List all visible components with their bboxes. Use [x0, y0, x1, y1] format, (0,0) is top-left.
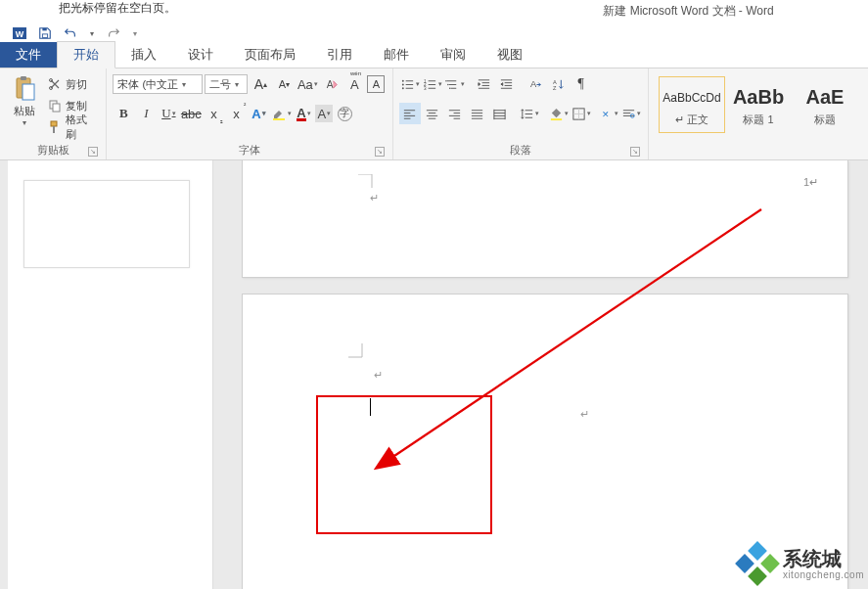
watermark-logo-icon — [738, 544, 777, 583]
paragraph-settings-button[interactable]: ▾ — [620, 103, 642, 124]
paste-label: 粘贴 — [14, 104, 35, 118]
show-marks-button[interactable]: ¶ — [571, 73, 592, 95]
watermark: 系统城 xitongcheng.com — [738, 544, 864, 583]
style-heading1[interactable]: AaBb 标题 1 — [725, 76, 792, 133]
style-title[interactable]: AaE 标题 — [792, 76, 858, 133]
format-painter-label: 格式刷 — [66, 113, 96, 142]
clipboard-group-label: 剪贴板 ↘ — [6, 142, 100, 159]
tab-view[interactable]: 视图 — [481, 42, 538, 68]
underline-button[interactable]: U▾ — [158, 103, 179, 124]
line-spacing-button[interactable]: ▾ — [519, 103, 540, 124]
ltr-direction-button[interactable]: A — [525, 73, 547, 95]
superscript-button[interactable]: x² — [225, 103, 247, 124]
cut-button[interactable]: 剪切 — [44, 74, 100, 94]
copy-icon — [48, 99, 62, 113]
group-paragraph: ▾ 123▾ ▾ A AZ ¶ ▾ ▾ ▾ — [393, 68, 649, 159]
paragraph-mark-icon: ↵ — [370, 192, 379, 204]
copy-label: 复制 — [66, 99, 87, 113]
cut-label: 剪切 — [66, 77, 87, 92]
paste-icon — [11, 74, 38, 102]
svg-point-15 — [402, 79, 404, 81]
style-preview: AaBbCcDd — [662, 83, 720, 113]
undo-dropdown-icon[interactable]: ▾ — [88, 25, 96, 41]
justify-button[interactable] — [467, 103, 488, 124]
align-left-button[interactable] — [399, 103, 421, 124]
shrink-font-button[interactable]: A▾ — [273, 73, 295, 95]
watermark-url: xitongcheng.com — [783, 569, 864, 580]
font-name-combo[interactable]: 宋体 (中文正▾ — [113, 74, 203, 94]
style-name: ↵ 正文 — [675, 113, 708, 127]
page-number-label: 1↵ — [803, 176, 818, 189]
font-name-value: 宋体 (中文正 — [117, 77, 178, 92]
font-color-button[interactable]: A▾ — [293, 103, 314, 124]
paste-dropdown-icon[interactable]: ▾ — [23, 118, 26, 127]
character-shading-button[interactable]: A▾ — [315, 105, 333, 122]
style-preview: AaBb — [733, 83, 784, 113]
save-icon[interactable] — [37, 25, 53, 41]
svg-text:✕: ✕ — [602, 110, 610, 119]
navigation-pane[interactable] — [8, 160, 213, 589]
svg-text:W: W — [16, 29, 24, 39]
tab-references[interactable]: 引用 — [311, 42, 368, 68]
scissors-icon — [48, 77, 62, 91]
svg-point-17 — [402, 87, 404, 89]
tab-design[interactable]: 设计 — [172, 42, 229, 68]
svg-rect-12 — [53, 126, 55, 133]
distributed-button[interactable] — [489, 103, 511, 124]
highlight-button[interactable]: ▾ — [270, 103, 292, 124]
clear-formatting-button[interactable]: A — [320, 73, 342, 95]
italic-button[interactable]: I — [135, 103, 157, 124]
annotation-red-box — [316, 395, 492, 534]
page-thumbnail[interactable] — [23, 180, 190, 268]
decrease-indent-button[interactable] — [474, 73, 495, 95]
format-painter-button[interactable]: 格式刷 — [44, 117, 100, 137]
subscript-button[interactable]: x₂ — [203, 103, 224, 124]
increase-indent-button[interactable] — [496, 73, 518, 95]
tab-insert[interactable]: 插入 — [115, 42, 172, 68]
style-normal[interactable]: AaBbCcDd ↵ 正文 — [659, 76, 725, 133]
phonetic-guide-button[interactable]: wénA — [343, 73, 365, 95]
multilevel-list-button[interactable]: ▾ — [444, 73, 466, 95]
align-center-button[interactable] — [422, 103, 443, 124]
group-font: 宋体 (中文正▾ 二号▾ A▴ A▾ Aa▾ A wénA A B I U — [107, 68, 392, 159]
tab-mailings[interactable]: 邮件 — [368, 42, 425, 68]
redo-icon[interactable] — [106, 25, 121, 41]
page-1-bottom[interactable]: ↵ 1↵ — [242, 160, 848, 278]
sort-button[interactable]: AZ — [548, 73, 570, 95]
text-effects-button[interactable]: A▾ — [248, 103, 269, 124]
snap-to-grid-button[interactable]: ✕▾ — [598, 103, 619, 124]
numbering-button[interactable]: 123▾ — [422, 73, 443, 95]
borders-button[interactable]: ▾ — [571, 103, 592, 124]
svg-rect-6 — [23, 84, 34, 100]
group-styles: AaBbCcDd ↵ 正文 AaBb 标题 1 AaE 标题 — [649, 68, 868, 159]
svg-text:A: A — [327, 79, 334, 90]
character-border-button[interactable]: A — [367, 75, 385, 93]
bold-button[interactable]: B — [113, 103, 134, 124]
font-size-combo[interactable]: 二号▾ — [205, 74, 248, 94]
paragraph-mark-icon: ↵ — [374, 369, 383, 382]
font-launcher-icon[interactable]: ↘ — [375, 147, 385, 157]
enclose-characters-button[interactable]: 字 — [334, 103, 355, 124]
bullets-button[interactable]: ▾ — [399, 73, 421, 95]
svg-point-21 — [445, 80, 447, 82]
svg-text:3: 3 — [424, 86, 427, 91]
paste-button[interactable]: 粘贴 ▾ — [6, 72, 44, 142]
strikethrough-button[interactable]: abc — [180, 103, 202, 124]
paragraph-launcher-icon[interactable]: ↘ — [630, 147, 640, 157]
svg-point-22 — [447, 83, 449, 85]
qat-customize-icon[interactable]: ▾ — [131, 25, 139, 41]
svg-point-16 — [402, 83, 404, 85]
align-right-button[interactable] — [444, 103, 466, 124]
clipboard-launcher-icon[interactable]: ↘ — [88, 147, 98, 157]
undo-icon[interactable] — [63, 25, 78, 41]
change-case-button[interactable]: Aa▾ — [297, 73, 318, 95]
grow-font-button[interactable]: A▴ — [250, 73, 271, 95]
tab-file[interactable]: 文件 — [0, 42, 57, 68]
format-painter-icon — [48, 120, 62, 134]
tab-home[interactable]: 开始 — [57, 41, 115, 68]
svg-rect-14 — [273, 118, 285, 120]
tab-review[interactable]: 审阅 — [425, 42, 481, 68]
shading-button[interactable]: ▾ — [548, 103, 570, 124]
svg-text:A: A — [553, 78, 557, 84]
tab-layout[interactable]: 页面布局 — [229, 42, 311, 68]
